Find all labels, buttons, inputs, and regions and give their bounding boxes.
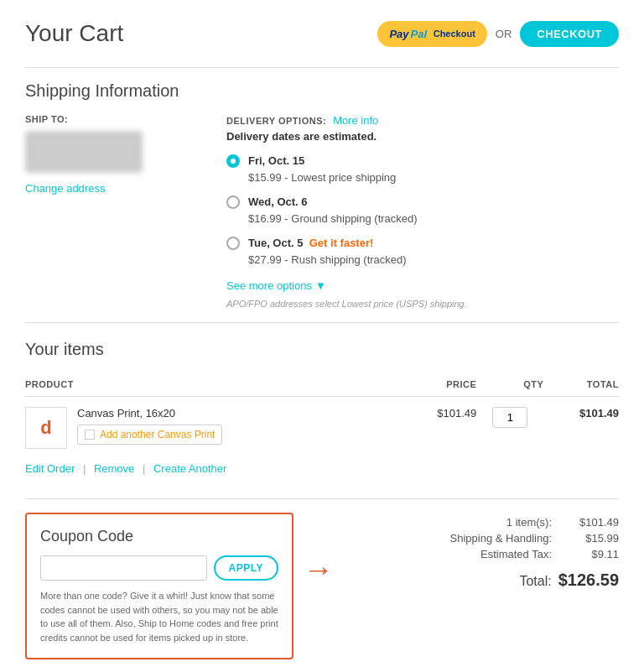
tax-summary-label: Estimated Tax:	[480, 548, 552, 560]
add-canvas-button[interactable]: Add another Canvas Print	[77, 425, 222, 445]
more-info-link[interactable]: More info	[333, 114, 378, 127]
delivery-options-label: DELIVERY OPTIONS:	[226, 116, 326, 126]
coupon-note: More than one code? Give it a whirl! Jus…	[40, 589, 278, 644]
items-summary-value: $101.49	[569, 516, 619, 529]
tax-summary-value: $9.11	[569, 548, 619, 560]
shipping-section-title: Shipping Information	[25, 81, 619, 101]
chevron-down-icon: ▼	[315, 279, 326, 292]
address-blurred	[25, 131, 143, 173]
delivery-option-3[interactable]: Tue, Oct. 5 Get it faster! $27.99 - Rush…	[226, 235, 619, 268]
tax-summary-row: Estimated Tax: $9.11	[344, 548, 619, 560]
col-price: PRICE	[402, 373, 477, 397]
radio-option-2[interactable]	[226, 195, 240, 209]
col-total: TOTAL	[543, 373, 619, 397]
coupon-input[interactable]	[40, 555, 207, 581]
items-divider	[25, 322, 619, 323]
remove-link[interactable]: Remove	[94, 462, 134, 475]
product-cell: d Canvas Print, 16x20 Add another Canvas…	[25, 397, 402, 460]
qty-cell	[476, 397, 543, 460]
add-canvas-checkbox	[85, 430, 95, 440]
edit-order-link[interactable]: Edit Order	[25, 462, 75, 475]
items-table: PRODUCT PRICE QTY TOTAL d Canvas Print, …	[25, 373, 619, 459]
coupon-row: APPLY	[40, 555, 278, 581]
items-section-title: Your items	[25, 340, 619, 359]
product-info: Canvas Print, 16x20 Add another Canvas P…	[77, 407, 222, 445]
table-row: d Canvas Print, 16x20 Add another Canvas…	[25, 397, 619, 460]
bottom-divider	[25, 498, 619, 499]
shipping-summary-label: Shipping & Handling:	[450, 532, 552, 545]
header-divider	[25, 67, 619, 68]
col-qty: QTY	[476, 373, 543, 397]
shipping-summary-row: Shipping & Handling: $15.99	[344, 532, 619, 545]
total-row: Total: $126.59	[344, 571, 619, 590]
items-summary-label: 1 item(s):	[506, 516, 552, 529]
delivery-estimated-text: Delivery dates are estimated.	[226, 130, 619, 143]
option-1-text: Fri, Oct. 15 $15.99 - Lowest price shipp…	[248, 153, 396, 185]
shipping-info: SHIP TO: Change address DELIVERY OPTIONS…	[25, 114, 619, 309]
delivery-options-header: DELIVERY OPTIONS: More info	[226, 114, 619, 127]
total-value: $126.59	[558, 571, 619, 590]
option-2-text: Wed, Oct. 6 $16.99 - Ground shipping (tr…	[248, 194, 418, 227]
shipping-section: Shipping Information SHIP TO: Change add…	[25, 81, 619, 309]
coupon-col: Coupon Code APPLY More than one code? Gi…	[25, 513, 293, 659]
bottom-wrapper: Coupon Code APPLY More than one code? Gi…	[25, 513, 619, 659]
separator-2: |	[143, 462, 145, 475]
option-1-price: $15.99 - Lowest price shipping	[248, 169, 396, 186]
see-more-text: See more options	[226, 279, 312, 292]
radio-option-1[interactable]	[226, 154, 240, 168]
total-label: Total:	[519, 574, 551, 589]
apply-button[interactable]: APPLY	[214, 555, 278, 581]
price-cell: $101.49	[402, 397, 477, 460]
option-2-price: $16.99 - Ground shipping (tracked)	[248, 211, 418, 227]
coupon-section: Coupon Code APPLY More than one code? Gi…	[25, 513, 293, 659]
items-section: Your items PRODUCT PRICE QTY TOTAL d Can…	[25, 340, 619, 485]
product-thumbnail: d	[25, 407, 67, 449]
order-summary: 1 item(s): $101.49 Shipping & Handling: …	[344, 513, 619, 603]
delivery-option-2[interactable]: Wed, Oct. 6 $16.99 - Ground shipping (tr…	[226, 194, 619, 227]
arrow-container: →	[293, 513, 344, 585]
get-faster-label: Get it faster!	[309, 237, 374, 249]
add-canvas-label: Add another Canvas Print	[100, 429, 215, 440]
total-cell: $101.49	[543, 397, 619, 460]
coupon-title: Coupon Code	[40, 528, 278, 545]
delivery-options-block: DELIVERY OPTIONS: More info Delivery dat…	[226, 114, 619, 309]
canvas-icon: d	[40, 417, 51, 439]
create-another-link[interactable]: Create Another	[153, 462, 226, 475]
shipping-summary-value: $15.99	[569, 532, 619, 545]
header-actions: PayPal Checkout OR CHECKOUT	[377, 21, 619, 47]
option-3-date: Tue, Oct. 5 Get it faster!	[248, 235, 407, 252]
option-2-date: Wed, Oct. 6	[248, 194, 418, 211]
option-1-date: Fri, Oct. 15	[248, 153, 396, 169]
change-address-link[interactable]: Change address	[25, 182, 105, 195]
option-3-price: $27.99 - Rush shipping (tracked)	[248, 252, 407, 268]
paypal-pal-text: Pal	[411, 28, 428, 40]
see-more-options-link[interactable]: See more options ▼	[226, 279, 326, 292]
col-product: PRODUCT	[25, 373, 402, 397]
qty-input[interactable]	[492, 407, 527, 428]
right-arrow-icon: →	[304, 555, 334, 585]
item-actions: Edit Order | Remove | Create Another	[25, 459, 619, 485]
radio-option-3[interactable]	[226, 237, 240, 250]
separator-1: |	[83, 462, 86, 475]
delivery-option-1[interactable]: Fri, Oct. 15 $15.99 - Lowest price shipp…	[226, 153, 619, 185]
apo-note: APO/FPO addresses select Lowest price (U…	[226, 299, 619, 309]
page-header: Your Cart PayPal Checkout OR CHECKOUT	[25, 20, 619, 47]
header-checkout-button[interactable]: CHECKOUT	[520, 21, 619, 47]
page-title: Your Cart	[25, 20, 123, 47]
ship-to-block: SHIP TO: Change address	[25, 114, 193, 309]
paypal-checkout-button[interactable]: PayPal Checkout	[377, 21, 486, 47]
items-summary-row: 1 item(s): $101.49	[344, 516, 619, 529]
product-name: Canvas Print, 16x20	[77, 407, 222, 419]
ship-to-label: SHIP TO:	[25, 114, 193, 124]
option-3-text: Tue, Oct. 5 Get it faster! $27.99 - Rush…	[248, 235, 407, 268]
product-cell-content: d Canvas Print, 16x20 Add another Canvas…	[25, 407, 402, 449]
or-label: OR	[496, 28, 512, 40]
paypal-pay-text: Pay	[389, 28, 408, 40]
paypal-checkout-label: Checkout	[434, 29, 475, 39]
